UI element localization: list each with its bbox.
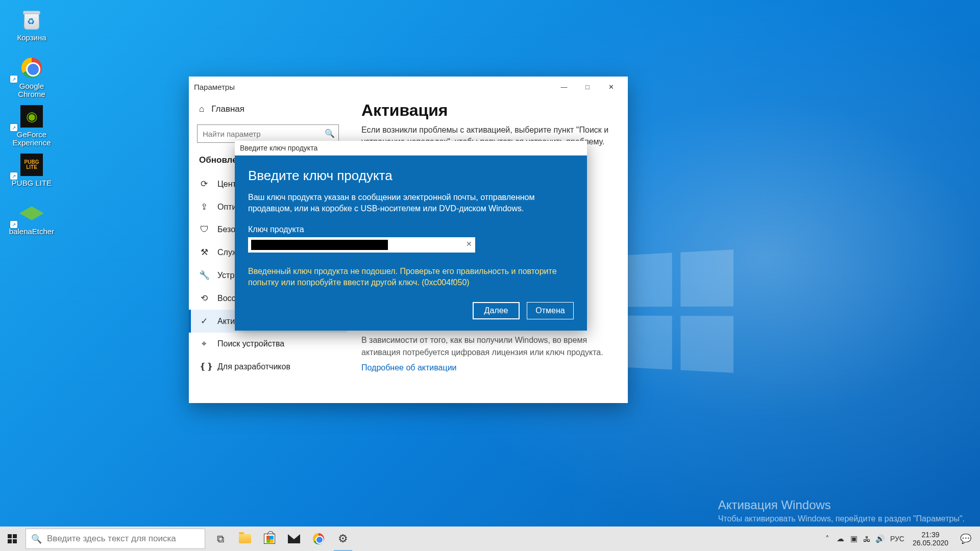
window-titlebar[interactable]: Параметры — □ ✕: [189, 77, 628, 97]
dialog-description: Ваш ключ продукта указан в сообщении эле…: [248, 192, 574, 215]
shield-icon: [199, 224, 209, 235]
taskbar-file-explorer[interactable]: [233, 527, 257, 551]
store-icon: [264, 534, 275, 544]
balenaetcher-icon: [20, 202, 43, 224]
search-icon: 🔍: [31, 534, 42, 544]
pubg-icon: PUBGLITE: [20, 154, 43, 176]
task-view-icon: [217, 533, 224, 545]
developer-icon: [199, 361, 209, 372]
next-button[interactable]: Далее: [473, 302, 520, 319]
dialog-title: Введите ключ продукта: [235, 141, 587, 156]
recovery-icon: [199, 293, 209, 304]
desktop-icon-pubg[interactable]: PUBGLITE ↗ PUBG LITE: [6, 151, 57, 199]
desktop-icon-label: PUBG LITE: [12, 179, 52, 187]
tray-time: 21:39: [913, 531, 948, 539]
product-key-dialog: Введите ключ продукта Введите ключ проду…: [235, 141, 587, 331]
section-description: В зависимости от того, как вы получили W…: [361, 334, 614, 358]
tray-language[interactable]: РУС: [887, 527, 908, 551]
cancel-button[interactable]: Отмена: [527, 302, 574, 319]
action-center-button[interactable]: 💬: [953, 527, 978, 551]
desktop-icon-etcher[interactable]: ↗ balenaEtcher: [6, 199, 57, 247]
chrome-icon: [313, 533, 324, 544]
desktop: Корзина ↗ Google Chrome ↗ GeForce Experi…: [0, 0, 980, 551]
tray-volume[interactable]: 🔊: [874, 527, 887, 551]
page-title: Активация: [361, 101, 614, 120]
taskbar-settings[interactable]: [331, 527, 355, 551]
shortcut-arrow-icon: ↗: [10, 124, 17, 131]
backup-icon: [199, 247, 209, 258]
sidebar-home-label: Главная: [211, 104, 244, 114]
gear-icon: [338, 532, 348, 545]
redacted-key: [251, 240, 388, 250]
desktop-icon-chrome[interactable]: ↗ Google Chrome: [6, 54, 57, 102]
window-minimize-button[interactable]: —: [552, 79, 576, 95]
learn-more-link[interactable]: Подробнее об активации: [361, 363, 457, 372]
shortcut-arrow-icon: ↗: [10, 76, 17, 83]
taskbar-mail[interactable]: [282, 527, 306, 551]
shortcut-arrow-icon: ↗: [10, 172, 17, 180]
chrome-icon: [21, 58, 42, 78]
sidebar-home[interactable]: Главная: [189, 99, 347, 119]
activation-watermark: Активация Windows Чтобы активировать Win…: [718, 498, 965, 523]
clear-input-button[interactable]: ✕: [466, 240, 472, 248]
desktop-icons: Корзина ↗ Google Chrome ↗ GeForce Experi…: [6, 5, 57, 247]
tray-network[interactable]: 🖧: [861, 527, 874, 551]
tray-show-hidden[interactable]: ˄: [821, 527, 834, 551]
search-icon: 🔍: [325, 129, 335, 138]
geforce-icon: [20, 105, 43, 128]
tray-date: 26.05.2020: [913, 539, 948, 547]
tray-clock[interactable]: 21:39 26.05.2020: [908, 531, 953, 547]
system-tray: ˄ ☁ ▣ 🖧 🔊 РУС 21:39 26.05.2020 💬: [821, 527, 980, 551]
dialog-heading: Введите ключ продукта: [248, 168, 574, 184]
window-maximize-button[interactable]: □: [576, 79, 599, 95]
mail-icon: [288, 534, 300, 543]
shortcut-arrow-icon: ↗: [10, 221, 17, 228]
watermark-title: Активация Windows: [718, 498, 965, 512]
watermark-subtitle: Чтобы активировать Windows, перейдите в …: [718, 514, 965, 523]
desktop-icon-label: balenaEtcher: [9, 228, 54, 236]
settings-search-input[interactable]: [197, 124, 339, 143]
home-icon: [199, 104, 204, 114]
sidebar-item-label: Для разработчиков: [217, 362, 290, 371]
product-key-label: Ключ продукта: [248, 225, 574, 234]
sidebar-item-find-my-device[interactable]: Поиск устройства: [189, 333, 347, 355]
error-message: Введенный ключ продукта не подошел. Пров…: [248, 266, 574, 289]
window-close-button[interactable]: ✕: [599, 79, 623, 95]
delivery-icon: [199, 202, 209, 212]
taskbar-chrome[interactable]: [306, 527, 331, 551]
desktop-icon-label: Корзина: [17, 34, 46, 42]
folder-icon: [239, 534, 251, 543]
sync-icon: [199, 179, 209, 189]
sidebar-item-label: Поиск устройства: [217, 339, 284, 348]
locate-icon: [199, 339, 209, 349]
window-title: Параметры: [194, 83, 235, 91]
taskbar-search[interactable]: 🔍 Введите здесь текст для поиска: [26, 529, 205, 549]
check-icon: [199, 316, 209, 327]
sidebar-item-for-developers[interactable]: Для разработчиков: [189, 355, 347, 378]
wallpaper-windows-logo: [624, 249, 733, 373]
desktop-icon-recycle-bin[interactable]: Корзина: [6, 5, 57, 54]
taskbar-search-placeholder: Введите здесь текст для поиска: [47, 534, 176, 544]
taskbar-microsoft-store[interactable]: [257, 527, 282, 551]
tray-security[interactable]: ▣: [847, 527, 861, 551]
wrench-icon: [199, 270, 209, 281]
task-view-button[interactable]: [208, 527, 233, 551]
windows-logo-icon: [8, 534, 17, 543]
tray-onedrive[interactable]: ☁: [834, 527, 847, 551]
recycle-bin-icon: [19, 7, 44, 32]
desktop-icon-label: GeForce Experience: [6, 131, 57, 147]
start-button[interactable]: [0, 527, 24, 551]
desktop-icon-label: Google Chrome: [6, 82, 57, 98]
taskbar: 🔍 Введите здесь текст для поиска ˄ ☁ ▣ 🖧…: [0, 527, 980, 551]
desktop-icon-geforce[interactable]: ↗ GeForce Experience: [6, 102, 57, 151]
